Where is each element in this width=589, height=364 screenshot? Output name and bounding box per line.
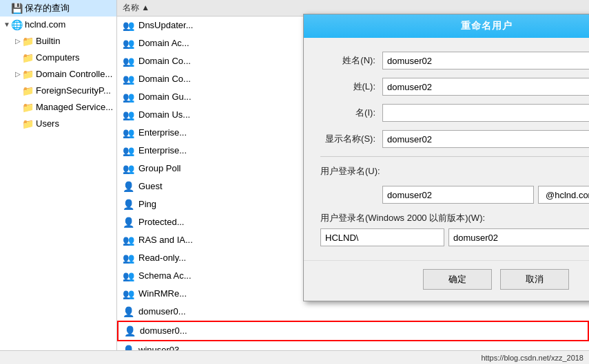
displayname-row: 显示名称(S): [320, 130, 589, 148]
list-label: Domain Co... [138, 72, 191, 87]
list-label: Schema Ac... [138, 268, 192, 283]
dialog-footer: 确定 取消 [304, 260, 589, 301]
list-icon: 👥 [123, 268, 134, 283]
lastname-row: 姓名(N): [320, 52, 589, 69]
tree-item-builtin[interactable]: ▷ 📁 Builtin [0, 33, 116, 50]
list-label: Domain Gu... [138, 89, 192, 105]
list-item-winuser03[interactable]: 👤 winuser03... [117, 341, 589, 350]
tree-item-computers[interactable]: 📁 Computers [0, 50, 116, 66]
legacy-username-input[interactable] [448, 228, 589, 246]
tree-icon: 📁 [22, 100, 33, 114]
list-label: Guest [138, 179, 163, 194]
legacy-prefix-input[interactable] [320, 228, 444, 246]
right-panel: 名称 ▲ 👥 DnsUpdater... 👥 Domain Ac... 👥 Do… [117, 0, 589, 350]
tree-item-saved-queries[interactable]: 💾 保存的查询 [0, 0, 116, 17]
lastname-label: 姓名(N): [320, 54, 382, 67]
list-icon: 👥 [123, 72, 134, 87]
legacy-label: 用户登录名(Windows 2000 以前版本)(W): [320, 212, 589, 224]
list-label: domuser0... [138, 304, 186, 319]
tree-icon: 💾 [11, 1, 22, 15]
list-icon: 👥 [123, 161, 134, 176]
list-label: DnsUpdater... [138, 18, 194, 33]
firstname-label: 姓(L): [320, 81, 382, 93]
login-input[interactable] [382, 186, 534, 204]
list-icon: 👥 [123, 89, 134, 105]
tree-item-managed-service[interactable]: 📁 Managed Service... [0, 99, 116, 116]
domain-select[interactable]: @hclnd.com @hclnd.local [538, 186, 589, 204]
list-icon: 👥 [123, 54, 134, 69]
tree-label: Domain Controlle... [36, 67, 112, 81]
list-icon: 👤 [123, 215, 134, 230]
list-icon: 👥 [123, 107, 134, 122]
tree-item-hclnd[interactable]: ▼ 🌐 hclnd.com [0, 17, 116, 33]
displayname-label: 显示名称(S): [320, 133, 382, 145]
legacy-section: 用户登录名(Windows 2000 以前版本)(W): [320, 212, 589, 246]
list-label: Enterprise... [138, 125, 187, 140]
list-icon: 👤 [123, 197, 134, 212]
legacy-row [320, 228, 589, 246]
ok-button[interactable]: 确定 [423, 269, 492, 290]
status-text: https://blog.csdn.net/xzz_2018 [481, 354, 583, 362]
tree-label: Computers [36, 51, 80, 65]
middlename-input[interactable] [382, 104, 589, 122]
list-label: Enterprise... [138, 143, 187, 158]
list-label: WinRMRe... [138, 286, 187, 301]
status-bar: https://blog.csdn.net/xzz_2018 [0, 350, 589, 364]
firstname-row: 姓(L): [320, 78, 589, 96]
list-label: Group Poll [138, 161, 180, 176]
tree-panel: 💾 保存的查询 ▼ 🌐 hclnd.com ▷ 📁 Builtin 📁 Comp… [0, 0, 117, 350]
tree-item-domain-controllers[interactable]: ▷ 📁 Domain Controlle... [0, 66, 116, 83]
tree-label: Users [36, 117, 59, 131]
dialog-body: 姓名(N): 姓(L): 名(I): 显示名称(S): [304, 38, 589, 260]
list-label: domuser0... [140, 323, 187, 339]
dialog-title: 重命名用户 [331, 20, 589, 32]
list-label: Read-only... [138, 250, 186, 266]
list-item-domuser01[interactable]: 👤 domuser0... [117, 303, 589, 321]
list-label: Domain Us... [138, 107, 190, 122]
tree-label: Builtin [36, 34, 60, 48]
tree-item-foreign-security[interactable]: 📁 ForeignSecurityP... [0, 83, 116, 99]
list-label: winuser03... [138, 343, 187, 350]
tree-expander[interactable]: ▷ [14, 34, 22, 48]
tree-icon: 📁 [22, 51, 33, 65]
list-label: Ping [138, 197, 156, 212]
tree-label: hclnd.com [25, 18, 65, 32]
list-icon: 👥 [123, 286, 134, 301]
tree-label: Managed Service... [36, 100, 113, 114]
list-icon: 👥 [123, 18, 134, 33]
list-icon: 👤 [123, 343, 134, 350]
rename-dialog: 重命名用户 ? ✕ 姓名(N): 姓(L): [303, 14, 589, 301]
tree-icon: 📁 [22, 84, 33, 98]
divider [320, 156, 589, 157]
tree-expander[interactable]: ▼ [3, 18, 11, 32]
list-icon: 👤 [123, 179, 134, 194]
login-label-row: 用户登录名(U): [320, 165, 589, 178]
middlename-row: 名(I): [320, 104, 589, 122]
lastname-input[interactable] [382, 52, 589, 69]
login-row: @hclnd.com @hclnd.local [320, 186, 589, 204]
login-label: 用户登录名(U): [320, 165, 382, 178]
list-label: Domain Ac... [138, 36, 189, 51]
list-icon: 👥 [123, 233, 134, 248]
middlename-label: 名(I): [320, 107, 382, 119]
list-icon: 👥 [123, 143, 134, 158]
tree-expander[interactable]: ▷ [14, 67, 22, 81]
tree-label: ForeignSecurityP... [36, 84, 111, 98]
list-icon: 👥 [123, 36, 134, 51]
tree-item-users[interactable]: 📁 Users [0, 116, 116, 132]
tree-icon: 📁 [22, 117, 33, 131]
tree-icon: 🌐 [11, 18, 22, 32]
list-header-label: 名称 ▲ [123, 2, 149, 14]
list-item-domuser02[interactable]: 👤 domuser0... [117, 321, 589, 341]
list-icon: 👤 [123, 304, 134, 319]
tree-icon: 📁 [22, 67, 33, 81]
displayname-input[interactable] [382, 130, 589, 148]
cancel-button[interactable]: 取消 [500, 269, 569, 290]
tree-icon: 📁 [22, 34, 33, 48]
dialog-titlebar: 重命名用户 ? ✕ [304, 14, 589, 38]
firstname-input[interactable] [382, 78, 589, 96]
list-label: Domain Co... [138, 54, 191, 69]
list-icon: 👥 [123, 125, 134, 140]
list-label: RAS and IA... [138, 233, 193, 248]
tree-label: 保存的查询 [25, 1, 70, 15]
